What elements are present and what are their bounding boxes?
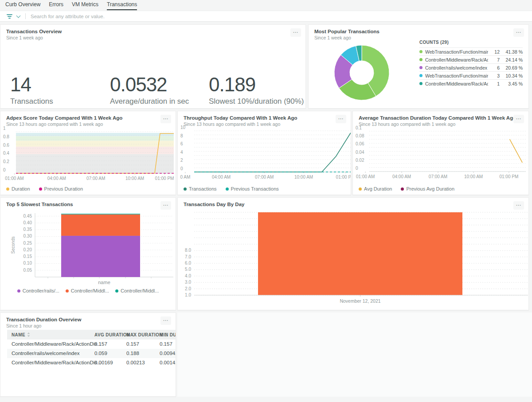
series-dot-icon [66,289,69,293]
panel-transaction-duration-table: Transaction Duration Overview Since 1 ho… [0,312,176,397]
svg-text:01:00 AM: 01:00 AM [5,176,23,181]
svg-text:0.6: 0.6 [3,143,9,148]
chart-legend: DurationPrevious Duration [6,186,83,191]
legend-item[interactable]: Controller/Middl... [115,288,159,293]
sort-icon[interactable] [27,332,30,338]
legend-label: Duration [12,186,30,191]
legend-row[interactable]: WebTransaction/Function/main:feedpa... 3… [419,71,523,79]
svg-text:0.10: 0.10 [23,261,32,265]
legend-row[interactable]: Controller/rails/welcome/index 6 20.69 % [419,63,523,71]
panel-title: Transaction Duration Overview [0,313,176,322]
svg-text:0.15: 0.15 [23,254,32,259]
legend-item[interactable]: Controller/rails/... [17,288,59,293]
svg-text:04:00 AM: 04:00 AM [47,176,66,181]
svg-text:0.30: 0.30 [23,234,32,238]
tab-curb-overview[interactable]: Curb Overview [5,0,40,10]
svg-text:8: 8 [180,133,183,138]
svg-text:name: name [98,280,110,285]
panel-transactions-overview: Transactions Overview Since 1 week ago .… [0,24,306,109]
svg-text:01:00 PM: 01:00 PM [155,176,174,181]
svg-text:3.0: 3.0 [185,280,191,285]
legend-label: Controller/rails/... [23,288,59,293]
tab-transactions[interactable]: Transactions [107,0,137,10]
svg-text:07:00 AM: 07:00 AM [429,174,447,179]
filter-icon[interactable] [6,13,12,20]
panel-menu-button[interactable]: ... [160,316,171,325]
divider [25,13,26,19]
legend-item[interactable]: Controller/Middl... [66,288,109,293]
tab-errors[interactable]: Errors [49,0,63,10]
svg-text:4: 4 [180,150,183,155]
legend-row[interactable]: WebTransaction/Function/main:root 12 41.… [419,47,523,55]
svg-text:0.08: 0.08 [356,133,364,138]
legend-label: Avg Duration [364,186,392,191]
legend-row[interactable]: Controller/Middleware/Rack/ActionDis... … [419,79,523,87]
panel-avg-transaction-duration: Average Transaction Duration Today Compa… [352,111,529,195]
legend-label: Previous Avg Duration [406,186,454,191]
legend-item[interactable]: Previous Transactions [226,186,279,191]
legend-item[interactable]: Previous Avg Duration [401,186,454,191]
legend-item[interactable]: Previous Duration [39,186,83,191]
svg-text:01:00 PM: 01:00 PM [336,175,351,180]
svg-text:01:00 PM: 01:00 PM [499,174,518,179]
svg-text:0.45: 0.45 [23,214,32,219]
legend-item[interactable]: Avg Duration [359,186,392,191]
svg-text:0.1: 0.1 [356,125,362,130]
svg-text:8.0: 8.0 [185,248,191,253]
search-bar [0,11,532,22]
series-dot-icon [419,66,422,69]
table-row[interactable]: Controller/rails/welcome/index 0.059 0.1… [7,349,176,358]
svg-text:10:00 AM: 10:00 AM [294,175,313,180]
series-dot-icon [419,82,422,85]
search-input[interactable] [30,13,532,20]
svg-text:1: 1 [3,126,6,131]
svg-text:1.0: 1.0 [185,293,191,297]
chart-legend: TransactionsPrevious Transactions [184,186,279,191]
series-dot-icon [39,187,42,191]
series-dot-icon [17,289,20,293]
series-dot-icon [6,187,9,191]
stat-value: 14 [10,74,53,95]
svg-text:Seconds: Seconds [11,237,16,254]
svg-text:November 12, 2021: November 12, 2021 [340,298,380,304]
chart-legend: Controller/rails/...Controller/Middl...C… [0,288,176,293]
panel-menu-button[interactable]: ... [290,28,301,37]
stat-label: Transactions [10,97,53,106]
column-header-name[interactable]: NAME [12,332,30,338]
stat-slowest: 0.189 Slowest 10%/duration (90%) [209,74,304,106]
series-dot-icon [419,58,422,61]
donut-legend: COUNTS (29) WebTransaction/Function/main… [419,40,523,87]
svg-text:0.4: 0.4 [3,151,9,156]
tab-vm-metrics[interactable]: VM Metrics [72,0,98,10]
svg-text:0 AM: 0 AM [180,175,190,180]
chevron-down-icon[interactable] [16,14,21,18]
svg-text:0.05: 0.05 [23,268,32,273]
svg-text:0.02: 0.02 [356,158,364,163]
svg-text:07:00 AM: 07:00 AM [86,176,105,181]
series-dot-icon [419,50,422,53]
legend-item[interactable]: Duration [6,186,30,191]
background-area [177,312,532,397]
svg-text:6.0: 6.0 [185,261,191,265]
legend-label: Previous Transactions [231,186,279,191]
series-dot-icon [359,187,362,191]
legend-row[interactable]: Controller/Middleware/Rack/ActionDis... … [419,55,523,63]
table-row[interactable]: Controller/Middleware/Rack/ActionDis... … [7,340,176,349]
svg-text:2: 2 [180,158,183,163]
avg-duration-line-chart: 0.10.080.060.040.02001:00 AM04:00 AM07:0… [353,111,529,182]
dashboard: Curb Overview Errors VM Metrics Transact… [0,0,532,402]
column-header-min-duration[interactable]: MIN DURATION [160,332,176,337]
stat-label: Slowest 10%/duration (90%) [209,97,304,106]
legend-item[interactable]: Transactions [184,186,217,191]
tab-bar: Curb Overview Errors VM Metrics Transact… [0,0,532,10]
panel-menu-button[interactable]: ... [513,28,524,37]
series-dot-icon [226,187,229,191]
svg-text:0.8: 0.8 [3,134,9,139]
svg-text:07:00 AM: 07:00 AM [255,175,274,180]
table-row[interactable]: Controller/Middleware/Rack/ActionDis... … [7,358,176,367]
svg-text:0.04: 0.04 [356,150,364,155]
svg-text:0: 0 [3,168,6,172]
series-dot-icon [401,187,404,191]
stat-avg-duration: 0.0532 Average/duration in sec [110,74,189,106]
legend-label: Controller/Middl... [121,288,159,293]
